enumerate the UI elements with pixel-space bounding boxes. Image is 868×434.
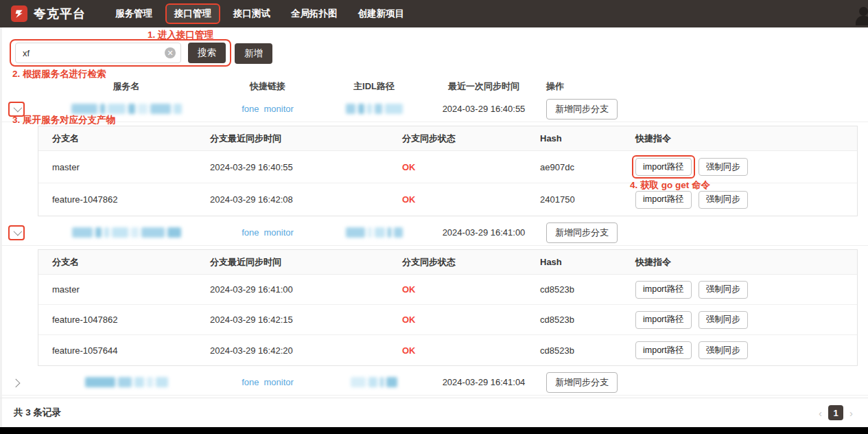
top-navbar: 夸克平台 服务管理 接口管理 接口测试 全局拓扑图 创建新项目: [0, 0, 868, 27]
import-path-button[interactable]: import路径: [635, 281, 692, 299]
branch-name: master: [38, 284, 210, 295]
header-branch-status: 分支同步状态: [402, 133, 529, 145]
branch-row: master 2024-03-29 16:40:55 OK ae907dc im…: [38, 151, 857, 183]
import-path-annotation-box: import路径: [632, 155, 695, 179]
header-idl-path: 主IDL路径: [353, 80, 395, 93]
header-quick-commands: 快捷指令: [635, 133, 857, 145]
branch-name: feature-1047862: [38, 194, 210, 205]
import-path-button[interactable]: import路径: [635, 158, 692, 176]
branch-row: master 2024-03-29 16:41:00 OK cd8523b im…: [38, 275, 857, 305]
branch-hash: cd8523b: [529, 315, 635, 325]
branch-row: feature-1057644 2024-03-29 16:42:20 OK c…: [38, 335, 857, 365]
branch-hash: ae907dc: [529, 162, 635, 172]
force-sync-button[interactable]: 强制同步: [699, 191, 748, 209]
branch-row: feature-1047862 2024-03-29 16:42:15 OK c…: [38, 305, 857, 335]
fone-link[interactable]: fone: [242, 104, 259, 114]
pagination: ‹ 1 ›: [819, 405, 853, 420]
page-number[interactable]: 1: [828, 405, 843, 420]
nav-menu: 服务管理 接口管理 接口测试 全局拓扑图 创建新项目: [105, 3, 414, 24]
add-sync-branch-button[interactable]: 新增同步分支: [546, 222, 618, 243]
fone-link[interactable]: fone: [242, 377, 259, 387]
service-row: fone monitor 2024-03-29 16:41:04 新增同步分支: [0, 369, 868, 396]
status-badge: OK: [402, 162, 416, 172]
service-row: fone monitor 2024-03-29 16:40:55 新增同步分支: [0, 96, 868, 122]
nav-item-interface-management[interactable]: 接口管理: [165, 3, 220, 24]
import-path-button[interactable]: import路径: [635, 341, 692, 359]
branch-sync-time: 2024-03-29 16:41:00: [210, 284, 402, 295]
service-row: fone monitor 2024-03-29 16:41:00 新增同步分支: [0, 220, 868, 246]
idl-path-redacted: [346, 227, 403, 238]
search-input[interactable]: [15, 43, 181, 63]
annotation-step3: 3. 展开服务对应分支产物: [12, 114, 115, 126]
force-sync-button[interactable]: 强制同步: [699, 311, 748, 329]
total-records: 共 3 条记录: [14, 407, 61, 419]
bottom-black-bar: [0, 427, 868, 434]
branch-row: feature-1047862 2024-03-29 16:42:08 OK 2…: [38, 183, 857, 216]
service-name-redacted: [71, 104, 182, 114]
add-sync-branch-button[interactable]: 新增同步分支: [546, 372, 618, 393]
brand-title: 夸克平台: [34, 5, 86, 22]
brand: 夸克平台: [11, 5, 86, 22]
header-branch-sync-time: 分支最近同步时间: [210, 133, 402, 145]
last-sync-time: 2024-03-29 16:41:04: [432, 377, 535, 387]
annotation-step4: 4. 获取 go get 命令: [630, 179, 710, 192]
brand-logo-icon: [11, 5, 27, 22]
prev-page-icon[interactable]: ‹: [819, 408, 822, 418]
search-annotation-box: ✕ 搜索: [10, 39, 231, 67]
import-path-button[interactable]: import路径: [635, 311, 692, 329]
status-badge: OK: [402, 284, 416, 295]
header-quick-commands: 快捷指令: [635, 256, 857, 269]
nav-item-service-management[interactable]: 服务管理: [105, 3, 163, 24]
expand-chevron-icon[interactable]: [8, 375, 25, 390]
nav-item-create-project[interactable]: 创建新项目: [348, 3, 415, 24]
next-page-icon[interactable]: ›: [849, 408, 853, 418]
service-name-redacted: [85, 377, 168, 387]
import-path-button[interactable]: import路径: [635, 191, 692, 209]
header-branch-name: 分支名: [38, 133, 210, 145]
header-operations: 操作: [546, 80, 868, 93]
monitor-link[interactable]: monitor: [263, 227, 293, 238]
service-table-header: 服务名 快捷链接 主IDL路径 最近一次同步时间 操作: [0, 77, 868, 96]
branch-table-header: 分支名 分支最近同步时间 分支同步状态 Hash 快捷指令: [38, 250, 857, 275]
add-button[interactable]: 新增: [235, 43, 272, 64]
header-hash: Hash: [529, 133, 635, 144]
idl-path-redacted: [346, 104, 403, 114]
header-last-sync: 最近一次同步时间: [432, 80, 535, 93]
branch-name: feature-1057644: [38, 345, 210, 356]
add-sync-branch-button[interactable]: 新增同步分支: [546, 99, 618, 119]
header-service-name: 服务名: [113, 80, 140, 93]
header-branch-status: 分支同步状态: [402, 256, 529, 269]
force-sync-button[interactable]: 强制同步: [699, 281, 748, 299]
service-table: 服务名 快捷链接 主IDL路径 最近一次同步时间 操作 fone monitor…: [0, 77, 868, 396]
header-quick-links: 快捷链接: [250, 80, 285, 93]
nav-item-interface-test[interactable]: 接口测试: [223, 3, 281, 24]
branch-table-header: 分支名 分支最近同步时间 分支同步状态 Hash 快捷指令: [38, 126, 857, 151]
user-avatar-icon[interactable]: [853, 5, 868, 26]
header-branch-name: 分支名: [38, 256, 210, 269]
header-branch-sync-time: 分支最近同步时间: [210, 256, 402, 269]
collapse-chevron-icon[interactable]: [8, 225, 25, 240]
search-button[interactable]: 搜索: [188, 43, 226, 63]
monitor-link[interactable]: monitor: [263, 377, 293, 387]
branch-sync-time: 2024-03-29 16:42:08: [210, 194, 402, 205]
branch-hash: cd8523b: [529, 284, 635, 295]
nav-item-global-topology[interactable]: 全局拓扑图: [281, 3, 348, 24]
branch-hash: 2401750: [529, 194, 635, 205]
branch-panel: 分支名 分支最近同步时间 分支同步状态 Hash 快捷指令 master 202…: [38, 249, 858, 366]
branch-panel: 分支名 分支最近同步时间 分支同步状态 Hash 快捷指令 master 202…: [38, 126, 858, 216]
branch-name: feature-1047862: [38, 315, 210, 325]
last-sync-time: 2024-03-29 16:41:00: [432, 227, 535, 238]
fone-link[interactable]: fone: [242, 227, 259, 238]
status-badge: OK: [402, 194, 416, 205]
force-sync-button[interactable]: 强制同步: [699, 341, 748, 359]
idl-path-redacted: [351, 377, 397, 387]
last-sync-time: 2024-03-29 16:40:55: [432, 104, 535, 114]
force-sync-button[interactable]: 强制同步: [699, 158, 748, 176]
branch-sync-time: 2024-03-29 16:42:20: [210, 345, 402, 356]
table-footer: 共 3 条记录 ‹ 1 ›: [0, 398, 868, 427]
branch-sync-time: 2024-03-29 16:42:15: [210, 315, 402, 325]
branch-name: master: [38, 162, 210, 172]
monitor-link[interactable]: monitor: [263, 104, 293, 114]
service-name-redacted: [72, 227, 181, 238]
clear-search-icon[interactable]: ✕: [165, 47, 176, 58]
